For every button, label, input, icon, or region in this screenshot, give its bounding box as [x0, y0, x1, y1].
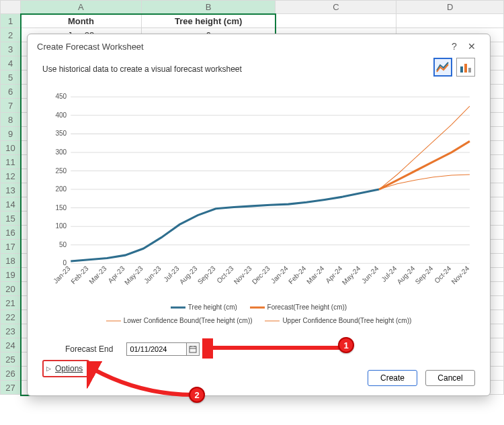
options-expander[interactable]: ▷ Options [42, 360, 89, 377]
svg-text:Aug-23: Aug-23 [178, 265, 199, 286]
calendar-icon [189, 345, 197, 353]
select-all-corner[interactable] [1, 1, 21, 14]
legend-series-2: Forecast(Tree height (cm)) [267, 303, 347, 311]
cancel-button[interactable]: Cancel [425, 370, 475, 386]
svg-rect-50 [190, 346, 196, 352]
annotation-badge-2: 2 [189, 387, 205, 403]
svg-text:400: 400 [55, 111, 67, 119]
col-header-B[interactable]: B [141, 1, 276, 14]
column-chart-type-button[interactable] [456, 58, 475, 77]
svg-rect-2 [468, 68, 471, 73]
svg-text:Jun-23: Jun-23 [142, 265, 163, 285]
instruction-text: Use historical data to create a visual f… [42, 64, 242, 74]
annotation-arrow-1 [202, 338, 343, 359]
line-chart-type-button[interactable] [433, 58, 452, 77]
col-header-D[interactable]: D [396, 1, 504, 14]
svg-text:250: 250 [55, 167, 67, 174]
svg-text:350: 350 [55, 130, 67, 137]
svg-text:Sep-24: Sep-24 [414, 265, 435, 286]
svg-text:May-23: May-23 [123, 265, 144, 286]
forecast-end-label: Forecast End [65, 344, 113, 354]
svg-text:Sep-23: Sep-23 [196, 265, 217, 286]
svg-text:450: 450 [55, 93, 67, 100]
legend-series-1: Tree height (cm) [188, 303, 237, 311]
create-button[interactable]: Create [368, 370, 417, 386]
svg-text:50: 50 [59, 241, 67, 248]
svg-text:Nov-24: Nov-24 [450, 265, 471, 286]
svg-text:Aug-24: Aug-24 [396, 265, 417, 286]
svg-text:May-24: May-24 [341, 265, 362, 286]
forecast-end-input[interactable] [126, 342, 187, 356]
svg-text:Jun-24: Jun-24 [360, 265, 380, 285]
svg-text:Dec-23: Dec-23 [251, 265, 271, 286]
svg-rect-0 [460, 66, 463, 73]
svg-text:Nov-23: Nov-23 [233, 265, 253, 286]
svg-text:150: 150 [55, 204, 67, 211]
dialog-title: Create Forecast Worksheet [37, 42, 144, 52]
svg-text:300: 300 [55, 148, 67, 156]
chevron-right-icon: ▷ [46, 365, 51, 372]
svg-text:Oct-23: Oct-23 [216, 265, 235, 285]
legend-series-3: Lower Confidence Bound(Tree height (cm)) [124, 317, 253, 324]
svg-rect-1 [464, 64, 467, 73]
svg-text:Feb-23: Feb-23 [69, 265, 89, 285]
svg-text:Mar-23: Mar-23 [87, 265, 108, 285]
svg-text:100: 100 [55, 222, 67, 230]
close-button[interactable]: ✕ [463, 41, 480, 52]
svg-text:Jan-24: Jan-24 [269, 265, 290, 285]
line-chart-icon [436, 61, 450, 73]
forecast-dialog: Create Forecast Worksheet ? ✕ Use histor… [27, 34, 491, 396]
legend-series-4: Upper Confidence Bound(Tree height (cm)) [282, 317, 411, 324]
date-picker-button[interactable] [186, 342, 200, 356]
svg-text:Mar-24: Mar-24 [305, 265, 325, 285]
svg-text:Oct-24: Oct-24 [433, 265, 452, 285]
help-button[interactable]: ? [446, 41, 463, 52]
annotation-arrow-2 [87, 361, 201, 402]
column-chart-icon [459, 61, 472, 73]
forecast-chart: 050100150200250300350400450Jan-23Feb-23M… [42, 91, 475, 299]
svg-text:Jan-23: Jan-23 [52, 265, 72, 285]
svg-text:200: 200 [55, 185, 67, 193]
annotation-badge-1: 1 [338, 337, 354, 353]
col-header-A[interactable]: A [20, 1, 141, 14]
col-header-C[interactable]: C [276, 1, 396, 14]
chart-legend: Tree height (cm) Forecast(Tree height (c… [42, 301, 475, 328]
options-label: Options [55, 364, 83, 373]
svg-text:Feb-24: Feb-24 [287, 265, 307, 285]
